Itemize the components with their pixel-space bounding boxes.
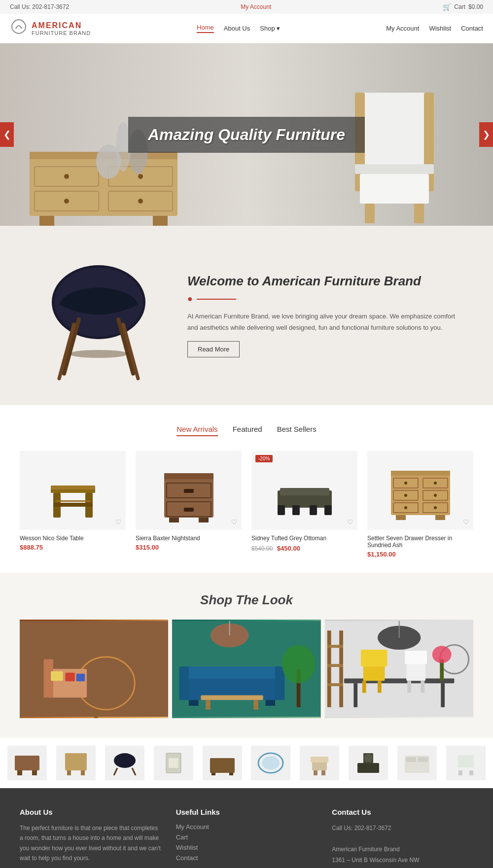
logo-line2: FURNITURE BRAND [32,30,91,36]
svg-rect-16 [360,174,429,204]
svg-point-58 [434,482,437,485]
hero-prev-button[interactable]: ❮ [0,122,14,147]
svg-rect-100 [421,681,424,693]
svg-rect-12 [360,93,429,172]
logo: AMERICAN FURNITURE BRAND [10,18,91,39]
nav-shop[interactable]: Shop ▾ [260,25,280,32]
look-item-3[interactable] [325,620,473,718]
cart-area[interactable]: 🛒 Cart $0.00 [443,3,483,11]
footer-brand-name: American Furniture Brand [332,844,473,855]
main-nav: AMERICAN FURNITURE BRAND Home About Us S… [0,14,493,43]
product-name-3: Sidney Tufted Grey Ottoman [251,535,357,542]
brand-item-6[interactable] [251,746,290,780]
nav-wishlist[interactable]: Wishlist [429,25,451,32]
brand-item-4[interactable] [154,746,193,780]
svg-rect-45 [278,505,285,515]
svg-point-61 [404,506,407,509]
read-more-button[interactable]: Read More [187,341,240,357]
hero-banner: Amazing Quality Furniture ❮ ❯ [0,43,493,226]
svg-line-118 [114,768,117,775]
footer-link-wishlist[interactable]: Wishlist [176,844,317,851]
side-table-svg [41,458,105,522]
svg-rect-111 [15,756,39,770]
brand-item-9[interactable] [397,746,437,780]
svg-rect-86 [201,695,263,700]
nav-my-account[interactable]: My Account [386,25,419,32]
svg-rect-87 [206,700,211,709]
hero-tagline: Amazing Quality Furniture [148,126,345,144]
brand-item-5[interactable] [203,746,242,780]
cart-label: Cart [454,3,465,10]
wishlist-icon-4[interactable]: ♡ [463,518,469,526]
hero-next-button[interactable]: ❯ [479,122,493,147]
logo-icon [10,18,28,39]
nav-about[interactable]: About Us [224,25,250,32]
svg-rect-129 [314,770,317,775]
footer-phone: Call Us: 202-817-3672 [332,823,473,834]
svg-rect-73 [65,673,74,681]
svg-rect-38 [184,489,194,493]
svg-point-62 [434,506,437,509]
svg-point-117 [114,753,136,768]
svg-rect-108 [327,683,343,686]
look-image-1-svg [20,620,168,718]
brand-item-10[interactable] [446,746,486,780]
brand-item-7[interactable] [300,746,339,780]
footer-address: 1361 – Unit B Wisconsin Ave NW [332,855,473,866]
svg-rect-88 [254,700,259,709]
products-section: New Arrivals Featured Best Sellers ♡ Wes… [0,405,493,573]
wishlist-icon-1[interactable]: ♡ [115,518,122,526]
wishlist-icon-3[interactable]: ♡ [347,518,353,526]
look-item-1[interactable] [20,620,168,718]
footer-about: About Us The perfect furniture is that o… [20,808,161,868]
svg-point-60 [434,494,437,497]
svg-rect-139 [458,770,462,775]
product-image-3: -20% ♡ [251,451,357,530]
footer: About Us The perfect furniture is that o… [0,788,493,868]
footer-contact: Contact Us Call Us: 202-817-3672 America… [332,808,473,868]
look-item-2[interactable] [172,620,320,718]
product-card-2: ♡ Sierra Baxter Nightstand $315.00 [136,451,242,558]
svg-point-83 [282,645,316,683]
brand-item-1[interactable] [7,746,47,780]
svg-rect-124 [229,773,233,775]
footer-contact-heading: Contact Us [332,808,473,816]
top-bar: Call Us: 202-817-3672 My Account 🛒 Cart … [0,0,493,14]
svg-rect-48 [310,505,317,515]
welcome-heading: Welcome to American Furniture Brand [187,274,463,289]
tab-featured[interactable]: Featured [233,425,262,436]
tab-best-sellers[interactable]: Best Sellers [277,425,317,436]
svg-rect-96 [378,681,382,693]
brand-item-2[interactable] [56,746,96,780]
shop-look-heading: Shop The Look [20,592,473,608]
svg-rect-64 [435,515,445,520]
product-old-price-3: $540.00 [251,545,273,552]
svg-point-9 [138,199,143,204]
product-badge-3: -20% [255,455,273,462]
nav-contact[interactable]: Contact [461,25,483,32]
svg-point-28 [69,350,128,358]
svg-rect-105 [339,630,343,707]
footer-link-cart[interactable]: Cart [176,833,317,841]
tab-new-arrivals[interactable]: New Arrivals [176,425,217,436]
brand-item-8[interactable] [349,746,388,780]
svg-rect-44 [280,488,329,495]
wishlist-icon-2[interactable]: ♡ [231,518,238,526]
products-grid: ♡ Wesson Nico Side Table $888.75 ♡ [20,451,473,558]
nav-home[interactable]: Home [197,24,214,33]
brand-item-3[interactable] [105,746,144,780]
product-price-4: $1,150.00 [367,551,473,558]
nav-right-links: My Account Wishlist Contact [386,25,483,32]
logo-line1: AMERICAN [32,21,91,30]
svg-rect-94 [361,650,387,666]
svg-rect-136 [418,757,428,762]
product-name-4: Settler Seven Drawer Dresser in Sundried… [367,535,473,549]
footer-link-account[interactable]: My Account [176,823,317,831]
dresser-svg [388,458,453,522]
svg-rect-114 [65,753,87,770]
svg-rect-104 [327,630,331,707]
my-account-link[interactable]: My Account [241,3,271,10]
svg-rect-68 [94,710,98,718]
footer-link-contact[interactable]: Contact [176,854,317,862]
svg-rect-15 [355,164,434,174]
